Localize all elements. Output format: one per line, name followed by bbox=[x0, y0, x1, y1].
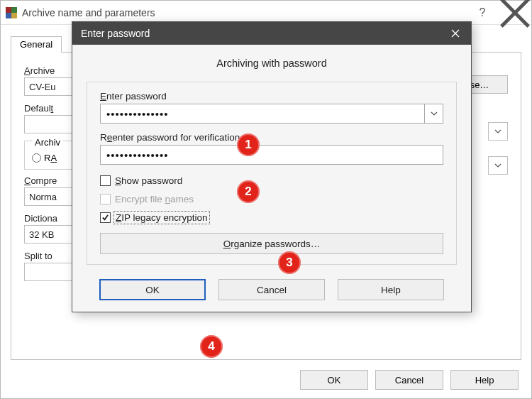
parent-help-button[interactable]: Help bbox=[450, 370, 519, 390]
modal-title: Enter password bbox=[81, 28, 150, 39]
enter-password-field[interactable]: •••••••••••••• bbox=[100, 104, 425, 124]
parent-button-row: OK Cancel Help bbox=[300, 370, 519, 390]
password-dialog: Enter password Archiving with password E… bbox=[72, 21, 472, 312]
parent-ok-button[interactable]: OK bbox=[300, 370, 368, 390]
app-icon bbox=[5, 6, 18, 19]
close-icon[interactable] bbox=[440, 22, 471, 45]
cancel-button[interactable]: Cancel bbox=[218, 279, 325, 300]
split-to-field[interactable] bbox=[24, 263, 74, 281]
organize-passwords-button[interactable]: Organize passwords… bbox=[100, 233, 443, 254]
chevron-down-icon[interactable] bbox=[488, 122, 508, 141]
rar-radio[interactable]: RA bbox=[32, 153, 66, 163]
dictionary-field[interactable]: 32 KB bbox=[24, 225, 74, 244]
modal-heading: Archiving with password bbox=[87, 58, 457, 69]
archive-format-label: Archiv bbox=[32, 137, 63, 148]
compression-field[interactable]: Norma bbox=[24, 187, 74, 206]
parent-cancel-button[interactable]: Cancel bbox=[375, 370, 443, 390]
ok-button[interactable]: OK bbox=[99, 279, 206, 300]
modal-titlebar: Enter password bbox=[72, 22, 471, 45]
show-password-checkbox[interactable]: Show password bbox=[100, 173, 443, 187]
encrypt-filenames-checkbox: Encrypt file names bbox=[100, 192, 443, 206]
tab-general[interactable]: General bbox=[11, 36, 62, 53]
enter-password-label: Enter password bbox=[100, 91, 443, 102]
help-button[interactable]: Help bbox=[338, 279, 444, 300]
archive-format-group: Archiv RA bbox=[24, 141, 74, 170]
modal-button-row: OK Cancel Help bbox=[87, 279, 457, 300]
chevron-down-icon[interactable] bbox=[425, 104, 443, 124]
password-group: Enter password •••••••••••••• Reenter pa… bbox=[87, 82, 457, 265]
chevron-down-icon[interactable] bbox=[488, 156, 508, 175]
reenter-password-field[interactable]: •••••••••••••• bbox=[100, 145, 443, 165]
close-icon[interactable] bbox=[499, 1, 531, 25]
reenter-password-label: Reenter password for verification bbox=[100, 132, 443, 143]
parent-window-title: Archive name and parameters bbox=[22, 7, 466, 18]
zip-legacy-encryption-checkbox[interactable]: ZIP legacy encryption bbox=[100, 210, 443, 224]
